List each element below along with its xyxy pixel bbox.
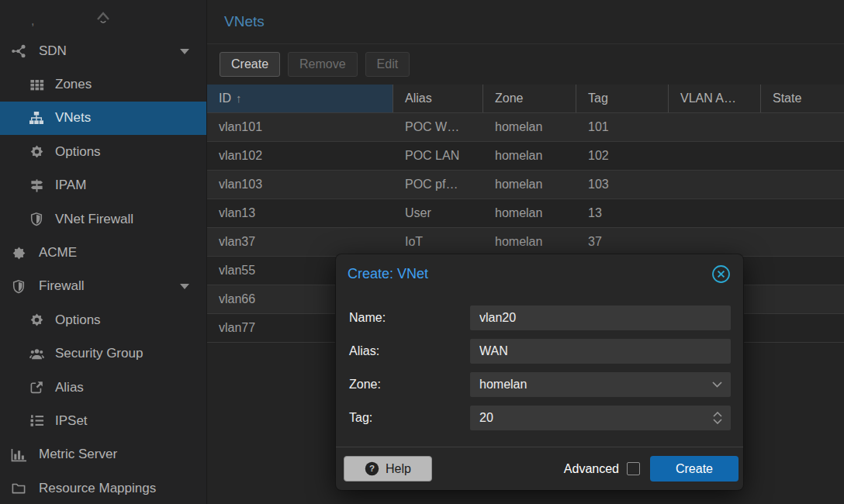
cell-state <box>761 285 844 313</box>
cell-tag: 101 <box>576 113 669 141</box>
sidebar-item-firewall-options[interactable]: Options <box>0 303 206 337</box>
dialog-header[interactable]: Create: VNet <box>336 254 743 293</box>
cell-id: vlan101 <box>207 113 393 141</box>
grid-icon <box>28 78 45 92</box>
cell-state <box>761 142 844 170</box>
sidebar-item-sdn-options[interactable]: Options <box>0 135 206 168</box>
shield-icon <box>10 279 27 294</box>
sidebar-item-ipset[interactable]: IPSet <box>0 404 206 437</box>
table-row[interactable]: vlan13 User homelan 13 <box>207 199 844 228</box>
advanced-label: Advanced <box>564 462 619 476</box>
toolbar: Create Remove Edit <box>207 44 844 85</box>
edit-button[interactable]: Edit <box>365 52 410 77</box>
cell-alias: User <box>393 199 483 227</box>
sidebar-item-acme[interactable]: ACME <box>0 236 206 269</box>
cell-zone: homelan <box>483 113 576 141</box>
tag-label: Tag: <box>349 411 470 425</box>
sidebar-item-label: VNet Firewall <box>55 212 133 227</box>
sidebar-item-label: IPSet <box>55 413 88 429</box>
cell-state <box>761 199 844 227</box>
advanced-checkbox[interactable] <box>627 462 640 475</box>
question-circle-icon: ? <box>365 461 379 476</box>
name-field-row: Name: <box>349 306 731 330</box>
column-header-zone[interactable]: Zone <box>483 85 576 112</box>
sidebar-item-vnets[interactable]: VNets <box>0 102 206 135</box>
cell-vlanaware <box>669 199 761 227</box>
sidebar-item-metric-server[interactable]: Metric Server <box>0 438 206 471</box>
cell-state <box>761 257 844 285</box>
alias-input[interactable] <box>470 339 731 364</box>
cell-vlanaware <box>669 113 761 141</box>
dialog-body: Name: Alias: Zone: homelan Tag: <box>336 293 743 447</box>
list-ol-icon <box>28 413 45 428</box>
alias-label: Alias: <box>349 344 470 358</box>
cell-state <box>761 171 844 198</box>
bar-chart-icon <box>10 447 27 462</box>
sidebar-item-ipam[interactable]: IPAM <box>0 169 206 202</box>
dialog-footer: ? Help Advanced Create <box>336 447 743 490</box>
shield-icon <box>28 212 45 226</box>
column-header-vlanaware[interactable]: VLAN A… <box>669 85 761 112</box>
cell-state <box>761 314 844 342</box>
cell-alias: POC LAN <box>393 142 483 170</box>
chevron-down-icon[interactable] <box>712 381 722 388</box>
sidebar-item-sdn[interactable]: SDN <box>0 34 206 67</box>
dialog-create-button[interactable]: Create <box>650 456 738 482</box>
create-button[interactable]: Create <box>220 52 280 77</box>
column-header-tag[interactable]: Tag <box>576 85 669 112</box>
cell-vlanaware <box>669 228 761 256</box>
sidebar-item-label: SDN <box>39 43 67 59</box>
cell-alias: POC pf… <box>393 171 483 198</box>
help-button[interactable]: ? Help <box>344 456 432 482</box>
cell-alias: POC W… <box>393 113 483 141</box>
sidebar-item-label: Security Group <box>55 346 143 361</box>
remove-button[interactable]: Remove <box>288 52 358 77</box>
number-spinner-icons[interactable] <box>713 412 722 424</box>
cell-zone: homelan <box>483 142 576 170</box>
sidebar-item-vnet-firewall[interactable]: VNet Firewall <box>0 202 206 236</box>
close-icon[interactable] <box>711 264 732 285</box>
collapse-caret-icon[interactable] <box>180 284 189 289</box>
sidebar-item-firewall[interactable]: Firewall <box>0 270 206 303</box>
column-header-id[interactable]: ID↑ <box>207 85 393 112</box>
collapse-caret-icon[interactable] <box>180 49 189 54</box>
sidebar-item-label: Options <box>55 312 101 328</box>
table-row[interactable]: vlan101 POC W… homelan 101 <box>207 113 844 142</box>
table-header-row: ID↑ Alias Zone Tag VLAN A… State <box>207 85 844 113</box>
sidebar-item-label: Zones <box>55 77 92 92</box>
sitemap-icon <box>28 110 45 126</box>
column-header-state[interactable]: State <box>761 85 844 112</box>
cell-vlanaware <box>669 142 761 170</box>
svg-text:?: ? <box>369 464 375 473</box>
sidebar-item-label: Options <box>55 144 101 160</box>
table-row[interactable]: vlan102 POC LAN homelan 102 <box>207 142 844 171</box>
sidebar-item-label: ACME <box>39 245 77 261</box>
cell-id: vlan13 <box>207 199 393 227</box>
name-input[interactable] <box>470 306 731 330</box>
chevron-up-icon <box>93 9 113 25</box>
sidebar-item-label: VNets <box>55 110 91 126</box>
column-header-alias[interactable]: Alias <box>393 85 483 112</box>
table-row[interactable]: vlan37 IoT homelan 37 <box>207 228 844 257</box>
page-title: VNets <box>224 13 265 30</box>
cell-id: vlan102 <box>207 142 393 170</box>
gear-icon <box>28 144 45 159</box>
sidebar-item-label: Firewall <box>39 278 85 294</box>
cell-tag: 13 <box>576 199 669 227</box>
name-label: Name: <box>349 311 470 325</box>
sidebar-item-security-group[interactable]: Security Group <box>0 337 206 371</box>
panel-titlebar: VNets <box>207 0 844 44</box>
sdn-nodes-icon <box>10 43 27 59</box>
sidebar-item-resource-mappings[interactable]: Resource Mappings <box>0 471 206 504</box>
zone-select-value: homelan <box>479 378 527 392</box>
sidebar-item-alias[interactable]: Alias <box>0 371 206 404</box>
folder-icon <box>10 481 27 495</box>
zone-select[interactable]: homelan <box>470 372 731 397</box>
sidebar-item-zones[interactable]: Zones <box>0 67 206 101</box>
tag-input[interactable] <box>470 406 731 430</box>
cell-tag: 37 <box>576 228 669 256</box>
cell-id: vlan37 <box>207 228 393 256</box>
nav-scroll-up[interactable]: , <box>0 0 206 34</box>
table-row[interactable]: vlan103 POC pf… homelan 103 <box>207 171 844 199</box>
sidebar-item-label: Alias <box>55 380 84 395</box>
